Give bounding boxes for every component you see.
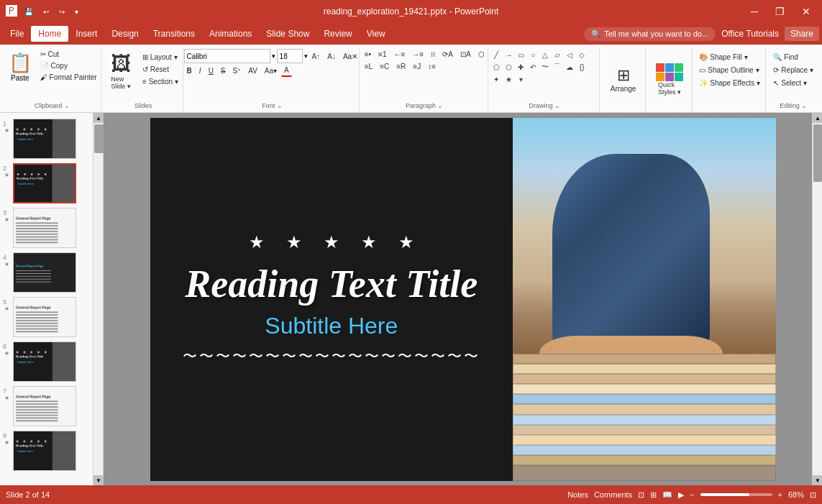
tell-me-bar[interactable]: 🔍 Tell me what you want to do... [584,27,716,41]
strikethrough-button[interactable]: S [218,65,229,76]
section-button[interactable]: ≡ Section ▾ [140,76,181,87]
thumb-img-6[interactable] [13,342,76,382]
align-right-button[interactable]: ≡R [393,61,408,72]
char-spacing-button[interactable]: AV [245,65,260,76]
parallelogram-shape[interactable]: ▱ [552,49,563,60]
main-scroll-thumb[interactable] [813,124,822,182]
decrease-indent-button[interactable]: ←≡ [391,49,408,60]
align-text-button[interactable]: ⊡A [457,49,474,60]
restore-button[interactable]: ❐ [770,4,790,19]
new-slide-button[interactable]: 🖼 NewSlide ▾ [105,49,137,93]
thumb-scroll-thumb[interactable] [94,124,104,153]
shadow-button[interactable]: S⁺ [230,65,245,76]
clear-format-button[interactable]: Aa✕ [340,51,360,62]
comments-button[interactable]: Comments [594,490,632,499]
menu-transitions[interactable]: Transitions [146,26,202,42]
hexagon-shape[interactable]: ⬡ [503,61,514,73]
notes-button[interactable]: Notes [567,490,588,499]
pentagon-shape[interactable]: ⬠ [490,61,502,73]
slide-sorter-button[interactable]: ⊞ [650,490,657,500]
zoom-out-button[interactable]: − [690,490,694,499]
copy-button[interactable]: 📄 Copy [37,60,100,71]
bracket-shape[interactable]: {} [576,61,588,73]
slide-thumbnail-2[interactable]: 2 ★ [3,163,90,203]
star5-shape[interactable]: ★ [503,73,514,85]
fit-window-button[interactable]: ⊡ [810,490,816,500]
diamond-shape[interactable]: ◇ [576,49,588,60]
underline-button[interactable]: U [206,65,216,76]
normal-view-button[interactable]: ⊡ [638,490,644,500]
columns-button[interactable]: ⁞⁞ [428,49,438,60]
thumb-img-5[interactable] [13,297,76,337]
main-scroll-down[interactable]: ▼ [813,475,822,485]
menu-slideshow[interactable]: Slide Show [259,26,316,42]
thumb-img-3[interactable] [13,208,76,248]
italic-button[interactable]: I [196,65,204,76]
increase-font-button[interactable]: A↑ [309,51,324,62]
shape-effects-button[interactable]: ✨ Shape Effects ▾ [696,78,763,88]
zoom-in-button[interactable]: + [778,490,782,499]
slide-title[interactable]: Reading Text Title [185,263,478,306]
swoosh-shape[interactable]: 〜 [539,61,551,73]
reading-view-button[interactable]: 📖 [662,490,672,500]
thumb-scrollbar[interactable]: ▲ ▼ [93,113,104,485]
bold-button[interactable]: B [184,65,195,76]
font-size-arrow[interactable]: ▾ [304,52,308,60]
quick-styles-button[interactable]: QuickStyles ▾ [650,60,689,98]
save-qat-button[interactable]: 💾 [22,6,36,17]
align-center-button[interactable]: ≡C [377,61,392,72]
slide-canvas[interactable]: ★ ★ ★ ★ ★ Reading Text Title Subtitle He… [150,118,776,481]
menu-insert[interactable]: Insert [68,26,104,42]
thumb-scroll-down[interactable]: ▼ [93,475,104,485]
more-shapes[interactable]: ▾ [515,73,526,85]
font-name-arrow[interactable]: ▾ [272,52,275,60]
slide-thumbnail-7[interactable]: 7 ★ [3,386,90,426]
paste-button[interactable]: 📋 Paste [4,49,36,85]
slide-thumbnail-3[interactable]: 3 ★ [3,208,90,248]
justify-button[interactable]: ≡J [410,61,424,72]
menu-home[interactable]: Home [31,26,68,42]
slide-thumbnail-8[interactable]: 8 ★ [3,431,90,471]
arrow-shape[interactable]: → [503,49,514,60]
cloud-shape[interactable]: ☁ [564,61,575,73]
menu-view[interactable]: View [360,26,393,42]
thumb-img-1[interactable] [13,119,76,159]
slide-thumbnail-6[interactable]: 6 ★ [3,342,90,382]
slideshow-button[interactable]: ▶ [678,490,684,500]
text-dir-button[interactable]: ⟳A [439,49,456,60]
customize-qat-button[interactable]: ▾ [72,6,81,17]
reset-button[interactable]: ↺ Reset [140,64,181,75]
zoom-level[interactable]: 68% [788,490,804,499]
oval-shape[interactable]: ○ [527,49,539,60]
change-case-button[interactable]: Aa▾ [262,65,280,76]
redo-qat-button[interactable]: ↪ [56,6,68,17]
curved-arrow-shape[interactable]: ↶ [527,61,539,73]
bend-shape[interactable]: ⌒ [552,61,563,73]
format-painter-button[interactable]: 🖌 Format Painter [37,72,100,83]
increase-indent-button[interactable]: →≡ [409,49,426,60]
share-button[interactable]: Share [785,27,819,41]
menu-review[interactable]: Review [316,26,359,42]
shape-outline-button[interactable]: ▭ Shape Outline ▾ [696,65,763,75]
thumb-img-2[interactable] [13,163,76,203]
align-left-button[interactable]: ≡L [362,61,375,72]
replace-button[interactable]: ⟳ Replace ▾ [770,65,816,75]
thumb-img-8[interactable] [13,431,76,471]
find-button[interactable]: 🔍 Find [770,52,816,63]
thumb-scroll-up[interactable]: ▲ [93,113,104,123]
zoom-slider[interactable] [700,493,772,496]
menu-design[interactable]: Design [104,26,145,42]
font-name-input[interactable] [184,49,270,63]
triangle-shape[interactable]: △ [539,49,551,60]
close-button[interactable]: ✕ [796,4,816,19]
slide-thumbnail-4[interactable]: 4 ★ [3,252,90,293]
smartart-button[interactable]: ⬡ [475,49,488,60]
plus-shape[interactable]: ✚ [515,61,526,73]
decrease-font-button[interactable]: A↓ [324,51,339,62]
bullets-button[interactable]: ≡• [362,49,374,60]
slide-thumbnail-1[interactable]: 1 ★ [3,119,90,159]
menu-file[interactable]: File [3,26,31,42]
cut-button[interactable]: ✂ Cut [37,49,100,60]
layout-button[interactable]: ⊞ Layout ▾ [140,52,181,63]
line-shape[interactable]: ╱ [490,49,502,60]
